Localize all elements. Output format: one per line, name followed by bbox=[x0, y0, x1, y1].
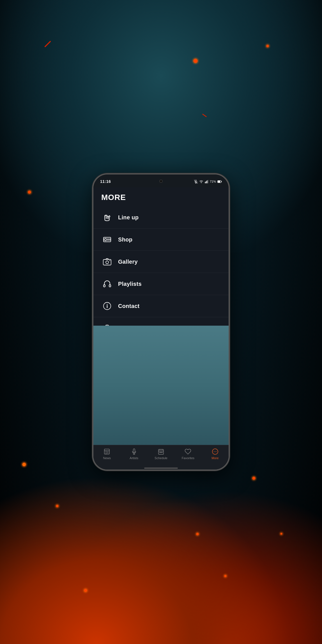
briefcase-icon bbox=[101, 322, 113, 326]
page-title: MORE bbox=[101, 193, 221, 202]
nav-label-favorites: Favorites bbox=[182, 456, 194, 460]
dots-circle-icon bbox=[211, 448, 219, 455]
menu-list: Line up Shop bbox=[93, 206, 229, 326]
menu-label-shop: Shop bbox=[118, 236, 132, 243]
ember-particle bbox=[22, 463, 26, 466]
nav-item-artists[interactable]: Artists bbox=[120, 448, 147, 460]
home-indicator bbox=[93, 468, 229, 470]
nav-item-news[interactable]: News bbox=[93, 448, 120, 460]
svg-rect-4 bbox=[205, 182, 206, 183]
calendar-icon bbox=[157, 448, 165, 455]
svg-point-29 bbox=[161, 452, 161, 453]
svg-rect-10 bbox=[104, 237, 111, 242]
camera-notch bbox=[159, 180, 163, 183]
svg-point-34 bbox=[216, 451, 217, 452]
menu-label-contact: Contact bbox=[118, 303, 140, 309]
svg-point-33 bbox=[215, 451, 215, 452]
info-circle-icon bbox=[101, 300, 113, 312]
lower-content-area bbox=[93, 326, 229, 445]
svg-rect-25 bbox=[158, 449, 164, 454]
ember-particle bbox=[266, 45, 269, 47]
svg-point-30 bbox=[162, 452, 162, 453]
nav-item-schedule[interactable]: Schedule bbox=[148, 448, 174, 460]
nav-label-news: News bbox=[103, 456, 111, 460]
ember-particle bbox=[56, 505, 58, 507]
camera-icon bbox=[101, 256, 113, 268]
nav-item-favorites[interactable]: Favorites bbox=[174, 448, 201, 460]
status-icons: 71% bbox=[194, 180, 222, 183]
ember-particle bbox=[280, 533, 282, 535]
newspaper-icon bbox=[103, 448, 111, 455]
svg-rect-6 bbox=[207, 180, 207, 183]
headphones-icon bbox=[101, 278, 113, 290]
svg-point-28 bbox=[160, 452, 160, 453]
svg-rect-22 bbox=[104, 449, 109, 454]
svg-point-3 bbox=[201, 183, 201, 183]
app-content: MORE bbox=[93, 187, 229, 470]
svg-rect-7 bbox=[208, 180, 208, 183]
ember-particle bbox=[84, 589, 87, 592]
signal-icon bbox=[205, 180, 208, 183]
svg-rect-9 bbox=[218, 181, 220, 183]
menu-item-lineup[interactable]: Line up bbox=[93, 206, 229, 229]
heart-icon bbox=[184, 448, 192, 455]
rock-hand-icon bbox=[101, 211, 113, 223]
status-bar: 11:16 bbox=[93, 174, 229, 187]
menu-label-gallery: Gallery bbox=[118, 259, 138, 265]
nav-item-more[interactable]: More bbox=[202, 448, 229, 460]
nav-label-more: More bbox=[211, 456, 219, 460]
svg-point-32 bbox=[214, 451, 214, 452]
home-indicator-bar bbox=[144, 468, 178, 469]
menu-label-playlists: Playlists bbox=[118, 281, 142, 287]
bg-fire-overlay bbox=[0, 448, 322, 644]
ember-particle bbox=[196, 533, 199, 535]
menu-item-gallery[interactable]: Gallery bbox=[93, 251, 229, 273]
menu-item-partners[interactable]: Partners bbox=[93, 317, 229, 326]
ember-particle bbox=[194, 59, 197, 63]
mute-icon bbox=[194, 180, 198, 183]
menu-label-lineup: Line up bbox=[118, 214, 139, 221]
ember-particle bbox=[252, 477, 255, 480]
ticket-icon bbox=[101, 234, 113, 245]
wifi-icon bbox=[199, 180, 203, 183]
svg-point-18 bbox=[107, 304, 108, 305]
svg-rect-13 bbox=[109, 260, 110, 261]
bottom-nav: News Artists bbox=[93, 445, 229, 468]
nav-label-schedule: Schedule bbox=[155, 456, 167, 460]
ember-particle bbox=[224, 575, 226, 577]
menu-item-contact[interactable]: Contact bbox=[93, 295, 229, 317]
battery-icon bbox=[217, 180, 222, 183]
microphone-icon bbox=[130, 448, 138, 455]
nav-label-artists: Artists bbox=[130, 456, 138, 460]
menu-item-shop[interactable]: Shop bbox=[93, 229, 229, 251]
battery-text: 71% bbox=[210, 180, 216, 183]
svg-rect-5 bbox=[206, 181, 206, 183]
menu-item-playlists[interactable]: Playlists bbox=[93, 273, 229, 295]
status-time: 11:16 bbox=[100, 179, 111, 184]
svg-point-12 bbox=[106, 261, 109, 264]
phone-frame: 11:16 bbox=[92, 173, 230, 471]
ember-particle bbox=[28, 191, 31, 194]
app-header: MORE bbox=[93, 187, 229, 206]
